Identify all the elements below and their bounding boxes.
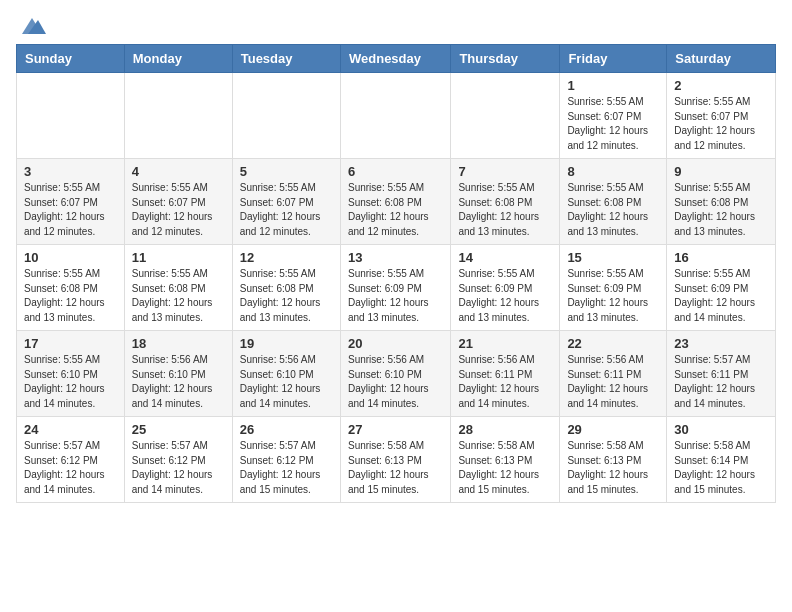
weekday-header-wednesday: Wednesday <box>340 45 450 73</box>
day-info: Sunrise: 5:56 AM Sunset: 6:11 PM Dayligh… <box>458 353 552 411</box>
calendar-empty-cell <box>124 73 232 159</box>
calendar-table: SundayMondayTuesdayWednesdayThursdayFrid… <box>16 44 776 503</box>
day-info: Sunrise: 5:55 AM Sunset: 6:08 PM Dayligh… <box>240 267 333 325</box>
calendar-day-27: 27Sunrise: 5:58 AM Sunset: 6:13 PM Dayli… <box>340 417 450 503</box>
calendar-day-19: 19Sunrise: 5:56 AM Sunset: 6:10 PM Dayli… <box>232 331 340 417</box>
day-number: 11 <box>132 250 225 265</box>
calendar-day-7: 7Sunrise: 5:55 AM Sunset: 6:08 PM Daylig… <box>451 159 560 245</box>
calendar-day-14: 14Sunrise: 5:55 AM Sunset: 6:09 PM Dayli… <box>451 245 560 331</box>
calendar-empty-cell <box>340 73 450 159</box>
day-info: Sunrise: 5:55 AM Sunset: 6:09 PM Dayligh… <box>674 267 768 325</box>
day-info: Sunrise: 5:56 AM Sunset: 6:11 PM Dayligh… <box>567 353 659 411</box>
calendar-week-row: 1Sunrise: 5:55 AM Sunset: 6:07 PM Daylig… <box>17 73 776 159</box>
calendar-day-29: 29Sunrise: 5:58 AM Sunset: 6:13 PM Dayli… <box>560 417 667 503</box>
day-number: 18 <box>132 336 225 351</box>
calendar-day-30: 30Sunrise: 5:58 AM Sunset: 6:14 PM Dayli… <box>667 417 776 503</box>
day-number: 24 <box>24 422 117 437</box>
day-info: Sunrise: 5:56 AM Sunset: 6:10 PM Dayligh… <box>132 353 225 411</box>
calendar-day-16: 16Sunrise: 5:55 AM Sunset: 6:09 PM Dayli… <box>667 245 776 331</box>
calendar-day-4: 4Sunrise: 5:55 AM Sunset: 6:07 PM Daylig… <box>124 159 232 245</box>
day-number: 1 <box>567 78 659 93</box>
weekday-header-row: SundayMondayTuesdayWednesdayThursdayFrid… <box>17 45 776 73</box>
day-number: 2 <box>674 78 768 93</box>
calendar-day-17: 17Sunrise: 5:55 AM Sunset: 6:10 PM Dayli… <box>17 331 125 417</box>
day-number: 27 <box>348 422 443 437</box>
calendar-day-15: 15Sunrise: 5:55 AM Sunset: 6:09 PM Dayli… <box>560 245 667 331</box>
calendar-day-24: 24Sunrise: 5:57 AM Sunset: 6:12 PM Dayli… <box>17 417 125 503</box>
day-number: 14 <box>458 250 552 265</box>
calendar-week-row: 3Sunrise: 5:55 AM Sunset: 6:07 PM Daylig… <box>17 159 776 245</box>
day-number: 17 <box>24 336 117 351</box>
day-number: 21 <box>458 336 552 351</box>
day-number: 10 <box>24 250 117 265</box>
day-number: 29 <box>567 422 659 437</box>
day-number: 30 <box>674 422 768 437</box>
calendar-week-row: 24Sunrise: 5:57 AM Sunset: 6:12 PM Dayli… <box>17 417 776 503</box>
day-info: Sunrise: 5:57 AM Sunset: 6:11 PM Dayligh… <box>674 353 768 411</box>
day-info: Sunrise: 5:57 AM Sunset: 6:12 PM Dayligh… <box>24 439 117 497</box>
weekday-header-sunday: Sunday <box>17 45 125 73</box>
day-number: 13 <box>348 250 443 265</box>
day-info: Sunrise: 5:55 AM Sunset: 6:08 PM Dayligh… <box>567 181 659 239</box>
calendar-day-20: 20Sunrise: 5:56 AM Sunset: 6:10 PM Dayli… <box>340 331 450 417</box>
calendar-day-2: 2Sunrise: 5:55 AM Sunset: 6:07 PM Daylig… <box>667 73 776 159</box>
calendar-day-22: 22Sunrise: 5:56 AM Sunset: 6:11 PM Dayli… <box>560 331 667 417</box>
day-number: 6 <box>348 164 443 179</box>
calendar-empty-cell <box>232 73 340 159</box>
day-number: 20 <box>348 336 443 351</box>
day-number: 15 <box>567 250 659 265</box>
day-info: Sunrise: 5:58 AM Sunset: 6:14 PM Dayligh… <box>674 439 768 497</box>
calendar-day-6: 6Sunrise: 5:55 AM Sunset: 6:08 PM Daylig… <box>340 159 450 245</box>
calendar-day-9: 9Sunrise: 5:55 AM Sunset: 6:08 PM Daylig… <box>667 159 776 245</box>
calendar-empty-cell <box>451 73 560 159</box>
day-number: 7 <box>458 164 552 179</box>
day-info: Sunrise: 5:55 AM Sunset: 6:08 PM Dayligh… <box>348 181 443 239</box>
calendar-day-28: 28Sunrise: 5:58 AM Sunset: 6:13 PM Dayli… <box>451 417 560 503</box>
day-info: Sunrise: 5:55 AM Sunset: 6:09 PM Dayligh… <box>458 267 552 325</box>
page-header <box>16 16 776 32</box>
calendar-day-5: 5Sunrise: 5:55 AM Sunset: 6:07 PM Daylig… <box>232 159 340 245</box>
day-info: Sunrise: 5:55 AM Sunset: 6:08 PM Dayligh… <box>674 181 768 239</box>
calendar-day-10: 10Sunrise: 5:55 AM Sunset: 6:08 PM Dayli… <box>17 245 125 331</box>
day-info: Sunrise: 5:55 AM Sunset: 6:07 PM Dayligh… <box>674 95 768 153</box>
day-info: Sunrise: 5:57 AM Sunset: 6:12 PM Dayligh… <box>240 439 333 497</box>
day-info: Sunrise: 5:55 AM Sunset: 6:10 PM Dayligh… <box>24 353 117 411</box>
calendar-day-1: 1Sunrise: 5:55 AM Sunset: 6:07 PM Daylig… <box>560 73 667 159</box>
day-number: 12 <box>240 250 333 265</box>
day-number: 9 <box>674 164 768 179</box>
day-info: Sunrise: 5:56 AM Sunset: 6:10 PM Dayligh… <box>348 353 443 411</box>
weekday-header-monday: Monday <box>124 45 232 73</box>
day-info: Sunrise: 5:57 AM Sunset: 6:12 PM Dayligh… <box>132 439 225 497</box>
day-number: 25 <box>132 422 225 437</box>
day-info: Sunrise: 5:55 AM Sunset: 6:08 PM Dayligh… <box>132 267 225 325</box>
weekday-header-friday: Friday <box>560 45 667 73</box>
calendar-day-23: 23Sunrise: 5:57 AM Sunset: 6:11 PM Dayli… <box>667 331 776 417</box>
calendar-day-13: 13Sunrise: 5:55 AM Sunset: 6:09 PM Dayli… <box>340 245 450 331</box>
weekday-header-tuesday: Tuesday <box>232 45 340 73</box>
weekday-header-thursday: Thursday <box>451 45 560 73</box>
day-info: Sunrise: 5:55 AM Sunset: 6:08 PM Dayligh… <box>24 267 117 325</box>
day-info: Sunrise: 5:55 AM Sunset: 6:07 PM Dayligh… <box>240 181 333 239</box>
calendar-day-11: 11Sunrise: 5:55 AM Sunset: 6:08 PM Dayli… <box>124 245 232 331</box>
calendar-empty-cell <box>17 73 125 159</box>
calendar-day-18: 18Sunrise: 5:56 AM Sunset: 6:10 PM Dayli… <box>124 331 232 417</box>
day-info: Sunrise: 5:55 AM Sunset: 6:08 PM Dayligh… <box>458 181 552 239</box>
calendar-day-3: 3Sunrise: 5:55 AM Sunset: 6:07 PM Daylig… <box>17 159 125 245</box>
day-info: Sunrise: 5:55 AM Sunset: 6:07 PM Dayligh… <box>24 181 117 239</box>
day-info: Sunrise: 5:55 AM Sunset: 6:07 PM Dayligh… <box>132 181 225 239</box>
calendar-week-row: 17Sunrise: 5:55 AM Sunset: 6:10 PM Dayli… <box>17 331 776 417</box>
calendar-day-21: 21Sunrise: 5:56 AM Sunset: 6:11 PM Dayli… <box>451 331 560 417</box>
day-number: 5 <box>240 164 333 179</box>
day-info: Sunrise: 5:55 AM Sunset: 6:09 PM Dayligh… <box>348 267 443 325</box>
day-info: Sunrise: 5:55 AM Sunset: 6:07 PM Dayligh… <box>567 95 659 153</box>
day-number: 19 <box>240 336 333 351</box>
calendar-day-8: 8Sunrise: 5:55 AM Sunset: 6:08 PM Daylig… <box>560 159 667 245</box>
calendar-week-row: 10Sunrise: 5:55 AM Sunset: 6:08 PM Dayli… <box>17 245 776 331</box>
day-info: Sunrise: 5:56 AM Sunset: 6:10 PM Dayligh… <box>240 353 333 411</box>
logo <box>16 16 46 32</box>
day-number: 22 <box>567 336 659 351</box>
day-info: Sunrise: 5:58 AM Sunset: 6:13 PM Dayligh… <box>567 439 659 497</box>
day-info: Sunrise: 5:58 AM Sunset: 6:13 PM Dayligh… <box>348 439 443 497</box>
day-number: 3 <box>24 164 117 179</box>
day-number: 16 <box>674 250 768 265</box>
